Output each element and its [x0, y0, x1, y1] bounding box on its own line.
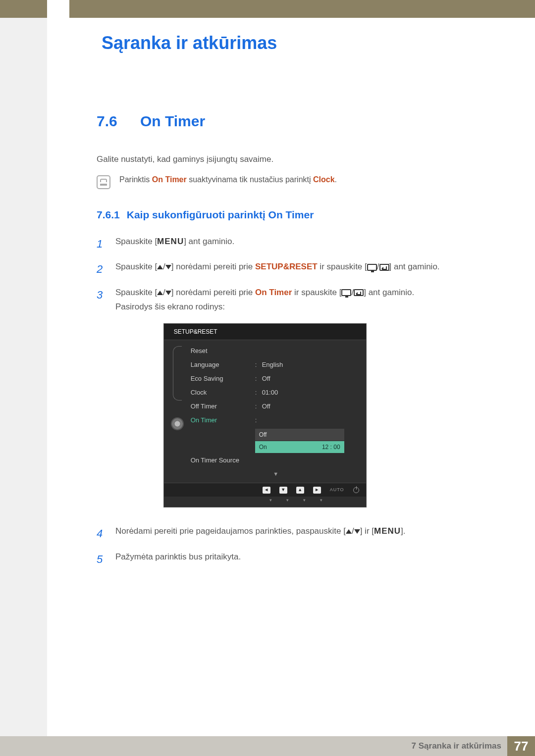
osd-nav-left-icon: ◄: [263, 487, 270, 494]
note-icon: [97, 175, 110, 189]
tick-icon: ▾: [284, 497, 292, 504]
triangle-down-icon: [354, 529, 360, 534]
tick-icon: ▾: [301, 497, 309, 504]
tick-icon: [334, 497, 342, 504]
step-text: Spauskite [/] norėdami pereiti prie SETU…: [115, 260, 440, 278]
colon: :: [255, 359, 262, 370]
step-2: 2 Spauskite [/] norėdami pereiti prie SE…: [97, 260, 500, 278]
t: Spauskite [: [115, 262, 157, 271]
colon: :: [255, 415, 262, 426]
osd-label: On Timer: [191, 415, 255, 426]
footer-chapter: 7 Sąranka ir atkūrimas: [412, 741, 501, 751]
t: Spauskite [: [115, 237, 157, 246]
osd-label: Language: [191, 359, 255, 370]
header-bar: [0, 0, 535, 18]
step-5: 5 Pažymėta parinktis bus pritaikyta.: [97, 550, 500, 568]
tick-icon: [351, 497, 359, 504]
t: Pasirodys šis ekrano rodinys:: [115, 302, 225, 311]
subsection-heading: 7.6.1Kaip sukonfigūruoti parinktį On Tim…: [97, 209, 500, 221]
enter-icon: [379, 264, 389, 271]
screen-icon: [341, 289, 351, 296]
osd-label: Off Timer: [191, 401, 255, 412]
subsection-title: Kaip sukonfigūruoti parinktį On Timer: [127, 209, 314, 220]
osd-row-reset: Reset: [191, 344, 361, 358]
osd-value: Off: [262, 401, 270, 412]
osd-option-off: Off: [255, 429, 344, 441]
t: ir spauskite [: [318, 262, 367, 271]
triangle-up-icon: [157, 265, 163, 269]
t: ] norėdami pereiti prie: [171, 288, 255, 297]
triangle-up-icon: [346, 529, 352, 534]
step-number: 5: [97, 550, 106, 568]
osd-row-ontimersource: On Timer Source: [191, 454, 361, 467]
colon: :: [255, 401, 262, 412]
page-content: Sąranka ir atkūrimas 7.6 On Timer Galite…: [47, 18, 535, 568]
opt-time: 12 : 00: [322, 442, 340, 452]
steps-list: 1 Spauskite [MENU] ant gaminio. 2 Spausk…: [97, 235, 500, 568]
enter-icon: [354, 289, 364, 296]
step-number: 4: [97, 524, 106, 543]
osd-curve-icon: [173, 346, 182, 401]
osd-body: Reset Language:English Eco Saving:Off Cl…: [164, 340, 366, 483]
triangle-down-icon: [165, 265, 171, 269]
osd-value: English: [262, 359, 283, 370]
chapter-tab: [47, 0, 69, 24]
osd-footer: ◄ ▼ ▲ ► AUTO: [164, 483, 366, 497]
step-4: 4 Norėdami pereiti prie pageidaujamos pa…: [97, 524, 500, 543]
osd-label: Clock: [191, 387, 255, 398]
t: ] ir [: [360, 526, 374, 536]
note-post: .: [335, 175, 337, 184]
osd-left-rail: [164, 340, 191, 483]
opt-label: Off: [259, 430, 267, 440]
t: ].: [401, 526, 405, 536]
screen-icon: [367, 264, 377, 271]
subsection-number: 7.6.1: [97, 209, 120, 220]
menu-label: MENU: [157, 237, 184, 246]
step-3: 3 Spauskite [/] norėdami pereiti prie On…: [97, 286, 500, 518]
osd-dropdown: Off On12 : 00: [255, 429, 361, 454]
osd-nav-right-icon: ►: [313, 487, 321, 494]
note-highlight-1: On Timer: [152, 175, 187, 184]
osd-screenshot: SETUP&RESET Reset Language:English Eco S…: [163, 323, 367, 508]
osd-nav-up-icon: ▲: [296, 487, 304, 494]
osd-row-ontimer: On Timer:: [191, 413, 361, 427]
section-number: 7.6: [97, 113, 126, 130]
triangle-down-icon: [165, 291, 171, 295]
osd-row-language: Language:English: [191, 358, 361, 372]
gear-icon: [172, 418, 183, 429]
lead-text: Galite nustatyti, kad gaminys įsijungtų …: [97, 154, 500, 164]
left-margin: [0, 18, 47, 736]
osd-ticks: ▾ ▾ ▾ ▾: [164, 497, 366, 507]
step-1: 1 Spauskite [MENU] ant gaminio.: [97, 235, 500, 253]
t: ] ant gaminio.: [184, 237, 234, 246]
t: Norėdami pereiti prie pageidaujamos pari…: [115, 526, 346, 536]
power-icon: [353, 487, 359, 493]
t: Spauskite [: [115, 288, 157, 297]
osd-label: On Timer Source: [191, 455, 255, 466]
osd-value: Off: [262, 373, 270, 384]
t: ] norėdami pereiti prie: [171, 262, 255, 271]
colon: :: [255, 373, 262, 384]
highlight: On Timer: [255, 288, 292, 297]
highlight: SETUP&RESET: [255, 262, 318, 271]
step-number: 2: [97, 260, 106, 278]
osd-label: Reset: [191, 346, 255, 356]
note-row: Parinktis On Timer suaktyvinama tik nust…: [97, 175, 500, 189]
t: ] ant gaminio.: [364, 288, 414, 297]
osd-title: SETUP&RESET: [164, 324, 366, 340]
osd-nav-down-icon: ▼: [279, 487, 287, 494]
section-title: On Timer: [140, 113, 205, 130]
osd-label: Eco Saving: [191, 373, 255, 384]
footer-page-number: 77: [507, 736, 535, 756]
chevron-down-icon: ▼: [191, 469, 361, 479]
step-text: Norėdami pereiti prie pageidaujamos pari…: [115, 524, 406, 543]
tick-icon: ▾: [267, 497, 275, 504]
step-number: 1: [97, 235, 106, 253]
note-highlight-2: Clock: [313, 175, 335, 184]
chapter-title: Sąranka ir atkūrimas: [102, 33, 500, 53]
osd-auto-label: AUTO: [330, 486, 344, 494]
osd-row-clock: Clock:01:00: [191, 386, 361, 400]
step-text: Spauskite [MENU] ant gaminio.: [115, 235, 234, 253]
t: ir spauskite [: [292, 288, 341, 297]
note-text: Parinktis On Timer suaktyvinama tik nust…: [119, 175, 337, 184]
